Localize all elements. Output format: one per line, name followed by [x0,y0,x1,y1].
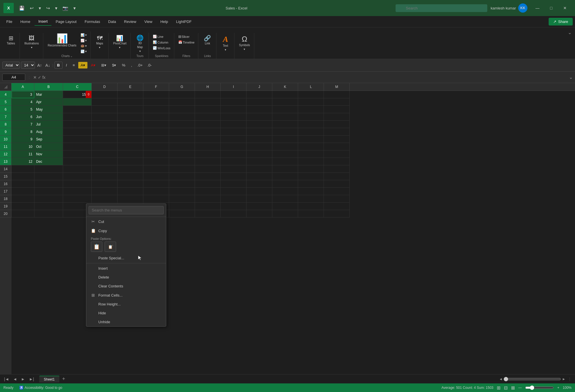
cell-b10[interactable]: Sep [34,136,63,143]
cell-j13[interactable] [247,158,272,165]
cell-e11[interactable] [118,143,143,150]
cell-a15[interactable] [11,173,34,180]
cell-c6[interactable] [63,106,92,113]
row-header-17[interactable]: 17 [0,188,11,195]
italic-btn[interactable]: I [64,62,69,68]
grid-view-btn[interactable]: ⊞ [497,385,500,391]
context-menu-copy[interactable]: 📋 Copy [86,226,166,235]
menu-home[interactable]: Home [16,18,34,26]
cell-j19[interactable] [247,203,272,210]
cell-l6[interactable] [298,106,324,113]
cell-d4[interactable] [92,91,118,98]
cell-e8[interactable] [118,121,143,128]
cell-c15[interactable] [63,173,92,180]
sparkline-col-btn[interactable]: 📊 Column [152,40,171,45]
cell-g12[interactable] [169,150,195,158]
cell-l18[interactable] [298,195,324,203]
row-header-10[interactable]: 10 [0,136,11,143]
cell-b17[interactable] [34,188,63,195]
context-menu-cut[interactable]: ✂ Cut [86,217,166,226]
cell-l5[interactable] [298,98,324,106]
cell-k10[interactable] [272,136,298,143]
cell-j18[interactable] [247,195,272,203]
timeline-btn[interactable]: 📅 Timeline [177,40,196,45]
ribbon-illustrations-btn[interactable]: 🖼 Illustrations ▾ [23,34,41,50]
cell-d16[interactable] [92,180,118,188]
cell-b7[interactable]: Jun [34,113,63,121]
cell-i8[interactable] [221,121,247,128]
percent-btn[interactable]: % [120,62,128,68]
cell-g9[interactable] [169,128,195,136]
cell-i4[interactable] [221,91,247,98]
cell-h13[interactable] [195,158,221,165]
cell-b9[interactable]: Aug [34,128,63,136]
row-header-6[interactable]: 6 [0,106,11,113]
cell-k8[interactable] [272,121,298,128]
cell-d12[interactable] [92,150,118,158]
menu-file[interactable]: File [2,18,16,26]
confirm-formula-icon[interactable]: ✓ [38,75,41,80]
cell-l20[interactable] [298,210,324,217]
insert-function-icon[interactable]: fx [42,75,46,80]
zoom-slider[interactable] [525,385,554,390]
chart-type-more-btn[interactable]: 📉 ▾ [79,49,88,54]
symbols-btn[interactable]: Ω Symbols ▾ [237,34,252,52]
cell-i10[interactable] [221,136,247,143]
menu-help[interactable]: Help [156,18,172,26]
col-header-m[interactable]: M [324,83,350,91]
cell-d9[interactable] [92,128,118,136]
cell-e17[interactable] [118,188,143,195]
cell-c11[interactable] [63,143,92,150]
cell-e12[interactable] [118,150,143,158]
pivotchart-btn[interactable]: 📊 PivotChart ▾ [112,34,128,50]
cell-l10[interactable] [298,136,324,143]
cell-i16[interactable] [221,180,247,188]
cell-a8[interactable]: 7 [11,121,34,128]
cell-j20[interactable] [247,210,272,217]
ribbon-expand-btn[interactable]: ⌄ [567,29,573,36]
cell-i5[interactable] [221,98,247,106]
cell-c8[interactable] [63,121,92,128]
cell-l8[interactable] [298,121,324,128]
recommended-charts-btn[interactable]: 📊 Recommended Charts [46,33,78,48]
cell-i13[interactable] [221,158,247,165]
cell-m13[interactable] [324,158,350,165]
cell-e4[interactable] [118,91,143,98]
cell-c4[interactable]: 1500 0 [63,91,92,98]
decrease-font-btn[interactable]: A↓ [44,62,51,69]
cell-b6[interactable]: May [34,106,63,113]
cell-a7[interactable]: 6 [11,113,34,121]
sheet-nav-first-btn[interactable]: |◄ [2,376,11,382]
context-menu-delete[interactable]: Delete [86,273,166,282]
cell-k5[interactable] [272,98,298,106]
font-family-select[interactable]: Arial [2,62,20,69]
link-btn[interactable]: 🔗 Link [201,34,214,46]
menu-page-layout[interactable]: Page Layout [52,18,81,26]
row-header-8[interactable]: 8 [0,121,11,128]
charts-expand-icon[interactable]: ⌄ [70,54,73,58]
cell-g18[interactable] [169,195,195,203]
cell-c10[interactable] [63,136,92,143]
cell-m7[interactable] [324,113,350,121]
row-header-5[interactable]: 5 [0,98,11,106]
cell-a13[interactable]: 12 [11,158,34,165]
menu-lightpdf[interactable]: LightPDF [172,18,195,26]
scroll-left-btn[interactable]: ◄ [499,377,502,381]
row-header-13[interactable]: 13 [0,158,11,165]
cell-d6[interactable] [92,106,118,113]
cell-k9[interactable] [272,128,298,136]
3dmap-btn[interactable]: 🌐 3D Map ▾ [134,34,146,54]
cell-g4[interactable] [169,91,195,98]
col-header-d[interactable]: D [92,83,118,91]
borders-btn[interactable]: ⊞▾ [99,62,109,68]
minimize-button[interactable]: — [531,3,544,13]
col-header-l[interactable]: L [298,83,324,91]
row-header-14[interactable]: 14 [0,165,11,173]
cell-a11[interactable]: 10 [11,143,34,150]
cell-a4[interactable]: 3 [11,91,34,98]
cell-e7[interactable] [118,113,143,121]
sheet-nav-last-btn[interactable]: ►| [27,376,36,382]
cell-l17[interactable] [298,188,324,195]
cell-h10[interactable] [195,136,221,143]
cell-e15[interactable] [118,173,143,180]
